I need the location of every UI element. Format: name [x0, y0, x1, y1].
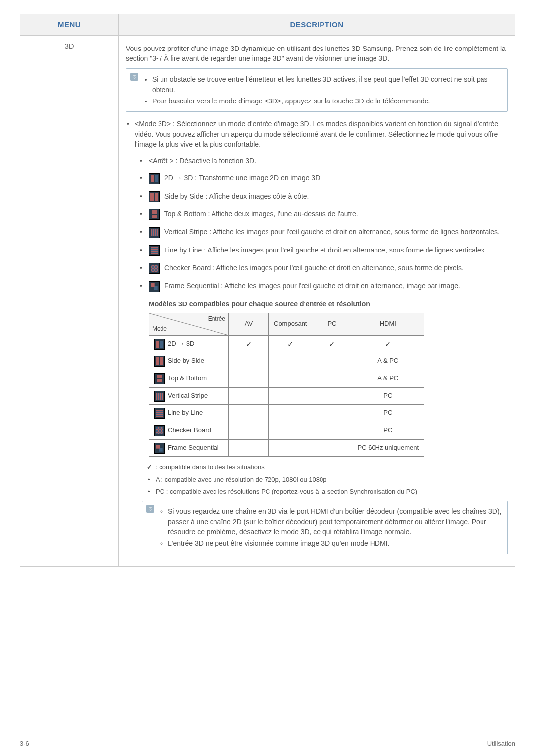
compat-cell [229, 404, 269, 422]
info-top-item-2: Pour basculer vers le mode d'image <3D>,… [152, 96, 502, 106]
compat-cell [312, 439, 352, 456]
mode-label: 2D → 3D [168, 340, 194, 347]
mode3d-title: <Mode 3D> : Sélectionnez un mode d'entré… [135, 120, 498, 148]
page-number: 3-6 [20, 740, 29, 747]
compat-cell: PC [352, 422, 424, 439]
mode-2d3d: 2D → 3D : Transforme une image 2D en ima… [135, 173, 508, 184]
footnotes: : compatible dans toutes les situations … [142, 463, 508, 497]
table-row: Side by SideA & PC [149, 353, 424, 370]
col-hdmi: HDMI [352, 313, 424, 335]
mode-tb-icon [149, 209, 160, 220]
info-box-top: ⦸ Si un obstacle se trouve entre l'émett… [126, 68, 508, 112]
mode-checker-icon [149, 263, 160, 274]
mode-cell: Checker Board [149, 422, 229, 439]
mode-vstripe-label: Vertical Stripe : Affiche les images pou… [164, 228, 500, 236]
compat-cell [229, 422, 269, 439]
table-row: Frame SequentialPC 60Hz uniquement [149, 439, 424, 456]
compat-cell [312, 370, 352, 387]
tb-icon [154, 373, 165, 384]
compat-cell: PC [352, 404, 424, 422]
compat-cell: A & PC [352, 370, 424, 387]
page-footer: 3-6 Utilisation [20, 740, 515, 747]
info-box-bottom: ⦸ Si vous regardez une chaîne en 3D via … [142, 501, 508, 554]
mode-vstripe: Vertical Stripe : Affiche les images pou… [135, 227, 508, 238]
frameseq-icon [154, 443, 165, 454]
col-pc: PC [312, 313, 352, 335]
mode-lbl: Line by Line : Affiche les images pour l… [135, 245, 508, 256]
mode-cell: Side by Side [149, 353, 229, 370]
info-icon: ⦸ [146, 505, 154, 513]
mode-lbl-icon [149, 245, 160, 256]
footnote-pc: PC : compatible avec les résolutions PC … [142, 487, 508, 497]
mode-sbs: Side by Side : Affiche deux images côte … [135, 191, 508, 202]
table-row: Checker BoardPC [149, 422, 424, 439]
mode-sbs-label: Side by Side : Affiche deux images côte … [164, 192, 309, 200]
compat-cell [269, 422, 312, 439]
compat-cell [269, 439, 312, 456]
mode-sbs-icon [149, 191, 160, 202]
description-cell: Vous pouvez profiter d'une image 3D dyna… [119, 35, 515, 566]
compat-cell [269, 387, 312, 404]
compat-cell [269, 353, 312, 370]
compat-heading: Modèles 3D compatibles pour chaque sourc… [149, 299, 508, 309]
compat-table: Entrée Mode AV Composant PC HDMI [149, 313, 424, 457]
vstripe-icon [154, 391, 165, 402]
mode-cell: 2D → 3D [149, 335, 229, 353]
sbs-icon [154, 356, 165, 367]
footnote-a: A : compatible avec une résolution de 72… [142, 475, 508, 485]
col-header-menu: MENU [20, 14, 119, 36]
info-bottom-item-2: L'entrée 3D ne peut être visionnée comme… [168, 538, 502, 548]
diag-top-label: Entrée [208, 315, 225, 323]
compat-cell [229, 335, 269, 353]
lbl-icon [154, 408, 165, 419]
diag-bottom-label: Mode [152, 325, 167, 333]
mode-label: Checker Board [168, 426, 211, 434]
mode-label: Side by Side [168, 357, 204, 364]
mode-cell: Top & Bottom [149, 370, 229, 387]
info-icon: ⦸ [130, 73, 138, 81]
section-name: Utilisation [487, 740, 515, 747]
mode-frameseq: Frame Sequential : Affiche les images po… [135, 281, 508, 292]
info-top-item-1: Si un obstacle se trouve entre l'émetteu… [152, 74, 502, 95]
mode-tb: Top & Bottom : Affiche deux images, l'un… [135, 209, 508, 220]
compat-cell: PC 60Hz uniquement [352, 439, 424, 456]
compat-cell [312, 353, 352, 370]
mode3d-item: <Mode 3D> : Sélectionnez un mode d'entré… [126, 119, 508, 554]
compat-cell [312, 335, 352, 353]
check-icon [329, 341, 335, 348]
footnote-check: : compatible dans toutes les situations [142, 463, 508, 472]
col-header-description: DESCRIPTION [119, 14, 515, 36]
mode-2d3d-icon [149, 173, 160, 184]
mode-off: <Arrêt > : Désactive la fonction 3D. [135, 156, 508, 166]
col-av: AV [229, 313, 269, 335]
spec-table: MENU DESCRIPTION 3D Vous pouvez profiter… [20, 14, 515, 567]
info-bottom-item-1: Si vous regardez une chaîne en 3D via le… [168, 506, 502, 537]
check-icon [246, 341, 252, 348]
mode-tb-label: Top & Bottom : Affiche deux images, l'un… [164, 210, 358, 218]
table-row: Vertical StripePC [149, 387, 424, 404]
arrow2d3d-icon [154, 339, 165, 350]
table-row: 2D → 3D [149, 335, 424, 353]
mode-checker: Checker Board : Affiche les images pour … [135, 263, 508, 274]
col-composant: Composant [269, 313, 312, 335]
table-row: Line by LinePC [149, 404, 424, 422]
mode-2d3d-label: 2D → 3D : Transforme une image 2D en ima… [164, 174, 322, 182]
diag-header: Entrée Mode [149, 313, 229, 335]
mode-cell: Frame Sequential [149, 439, 229, 456]
compat-cell [269, 335, 312, 353]
compat-cell [312, 387, 352, 404]
intro-paragraph: Vous pouvez profiter d'une image 3D dyna… [126, 44, 508, 64]
mode-vstripe-icon [149, 227, 160, 238]
mode-lbl-label: Line by Line : Affiche les images pour l… [164, 246, 486, 254]
table-row: Top & BottomA & PC [149, 370, 424, 387]
check-icon [287, 341, 294, 348]
check-icon [385, 341, 391, 348]
compat-cell [229, 353, 269, 370]
mode-label: Frame Sequential [168, 444, 219, 451]
mode-label: Top & Bottom [168, 374, 207, 382]
compat-cell [269, 370, 312, 387]
compat-cell [312, 404, 352, 422]
compat-cell [269, 404, 312, 422]
mode-cell: Vertical Stripe [149, 387, 229, 404]
compat-cell [229, 387, 269, 404]
